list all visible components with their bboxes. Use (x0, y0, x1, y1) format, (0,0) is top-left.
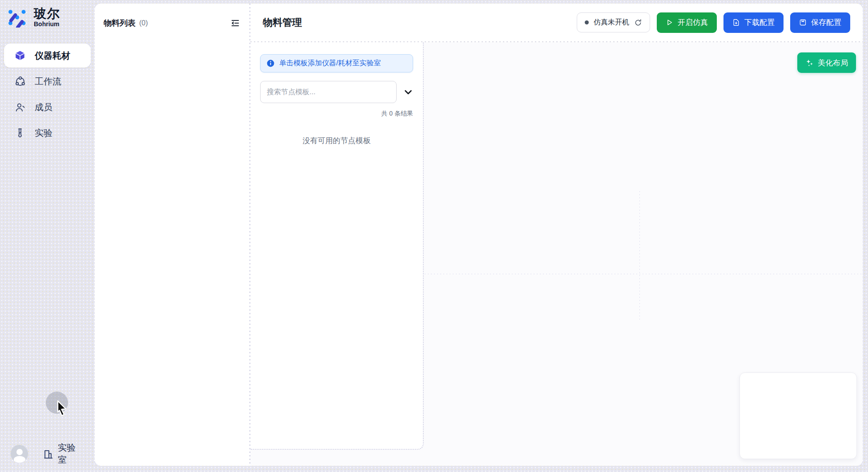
sidebar-item-label: 仪器耗材 (35, 50, 70, 62)
canvas-guide-horizontal (425, 274, 863, 274)
sidebar-item-label: 实验 (35, 127, 52, 139)
download-config-button[interactable]: 下载配置 (723, 12, 784, 33)
header-actions: 仿真未开机 开启仿真 (577, 12, 850, 33)
start-simulation-button[interactable]: 开启仿真 (657, 12, 717, 33)
sparkles-icon (805, 59, 814, 67)
empty-templates-message: 没有可用的节点模板 (260, 136, 413, 146)
brand-text: 玻尔 Bohrium (34, 7, 60, 28)
template-panel: 单击模板添加仪器/耗材至实验室 共 0 条结果 没有可用的节点模板 (250, 42, 424, 450)
expand-templates-button[interactable] (403, 87, 413, 97)
search-input[interactable] (260, 81, 397, 103)
template-hint-banner: 单击模板添加仪器/耗材至实验室 (260, 54, 413, 72)
page-title: 物料管理 (263, 16, 302, 29)
save-bookmark-icon (799, 19, 807, 26)
materials-title: 物料列表 (104, 18, 136, 28)
menu-fold-icon (230, 18, 240, 28)
materials-panel: 物料列表 (0) (95, 4, 249, 466)
lab-label: 实验室 (58, 442, 84, 466)
simulation-status-pill: 仿真未开机 (577, 12, 650, 32)
members-icon (14, 101, 26, 113)
minimap[interactable] (739, 372, 857, 459)
user-avatar[interactable] (11, 445, 28, 463)
content-shell: 物料列表 (0) 物料管理 (95, 4, 863, 466)
sidebar-nav: 仪器耗材 工作流 (0, 44, 95, 145)
info-icon (266, 59, 275, 68)
play-icon (666, 19, 673, 26)
sidebar-item-label: 成员 (35, 101, 52, 113)
template-search-row (260, 81, 413, 103)
sidebar-item-instruments[interactable]: 仪器耗材 (4, 44, 91, 68)
materials-count: (0) (139, 19, 148, 27)
collapse-panel-button[interactable] (230, 18, 241, 28)
building-icon (43, 448, 54, 460)
brand-name-en: Bohrium (34, 20, 60, 28)
refresh-icon (634, 19, 642, 27)
status-dot-icon (585, 20, 589, 24)
sidebar-item-workflow[interactable]: 工作流 (4, 69, 91, 93)
save-config-button[interactable]: 保存配置 (790, 12, 850, 33)
workflow-icon (14, 76, 26, 87)
mouse-cursor-icon (55, 400, 69, 417)
brand-logo: 玻尔 Bohrium (0, 0, 95, 28)
sidebar-footer: 实验室 (0, 442, 95, 466)
main-header: 物料管理 仿真未开机 (250, 4, 863, 41)
sidebar-item-members[interactable]: 成员 (4, 95, 91, 119)
file-download-icon (732, 19, 740, 26)
chevron-down-icon (403, 87, 413, 97)
beautify-layout-button[interactable]: 美化布局 (797, 52, 856, 73)
main-column: 物料管理 仿真未开机 (250, 4, 863, 466)
lab-switcher[interactable]: 实验室 (43, 442, 84, 466)
brand-name-zh: 玻尔 (34, 7, 60, 20)
lab-canvas[interactable]: 单击模板添加仪器/耗材至实验室 共 0 条结果 没有可用的节点模板 (250, 42, 863, 466)
sidebar-item-experiment[interactable]: 实验 (4, 121, 91, 145)
cube-icon (14, 50, 26, 61)
bohrium-logo-icon (7, 7, 28, 28)
materials-header: 物料列表 (0) (104, 18, 241, 28)
search-result-count: 共 0 条结果 (260, 110, 413, 118)
canvas-guide-vertical (639, 191, 640, 321)
experiment-icon (14, 127, 26, 139)
template-hint-text: 单击模板添加仪器/耗材至实验室 (279, 59, 381, 68)
simulation-status-text: 仿真未开机 (594, 18, 629, 27)
sidebar-item-label: 工作流 (35, 76, 61, 88)
app-root: 玻尔 Bohrium 仪器耗材 (0, 0, 868, 472)
refresh-status-button[interactable] (634, 19, 642, 27)
